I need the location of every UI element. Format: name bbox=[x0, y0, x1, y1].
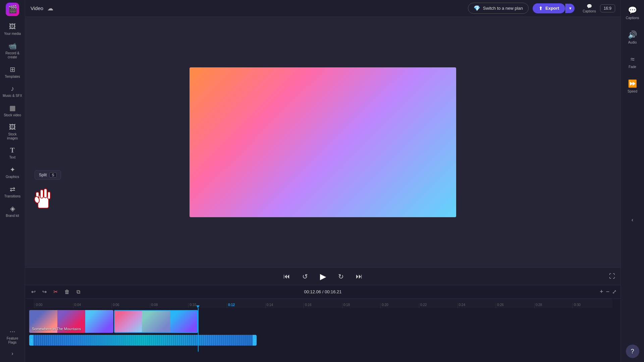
brand-kit-icon: ◈ bbox=[10, 204, 15, 213]
transitions-icon: ⇄ bbox=[10, 185, 15, 193]
sidebar-item-record-create[interactable]: 📹 Record &create bbox=[1, 39, 24, 62]
timeline-ruler: 0:00 0:04 0:06 0:08 0:10 0:12 0:14 0:16 … bbox=[33, 299, 612, 308]
sidebar-collapse-btn[interactable]: › bbox=[9, 348, 16, 359]
sidebar-item-label: Graphics bbox=[6, 175, 19, 179]
sidebar-item-feature-flags[interactable]: ··· Feature Flags bbox=[1, 325, 24, 347]
video-track-row: Somewhere In The Mountains bbox=[29, 309, 616, 334]
fade-panel-label: Fade bbox=[629, 65, 636, 69]
project-title: Video bbox=[31, 5, 43, 11]
playback-controls: ⏮ ↺ ▶ ↻ ⏭ ⛶ bbox=[25, 267, 621, 285]
audio-waveform[interactable]: ⋮ ⋮ bbox=[29, 335, 257, 346]
templates-icon: ⊞ bbox=[10, 65, 15, 73]
sidebar: 🎬 🖼 Your media 📹 Record &create ⊞ Templa… bbox=[0, 0, 25, 362]
sidebar-item-templates[interactable]: ⊞ Templates bbox=[1, 63, 24, 81]
right-panel-fade[interactable]: ≈ Fade bbox=[627, 53, 638, 71]
sidebar-item-music-sfx[interactable]: ♪ Music & SFX bbox=[1, 82, 24, 101]
clip-thumb-6 bbox=[170, 310, 198, 333]
sidebar-item-label: Stock video bbox=[4, 113, 21, 117]
sidebar-item-your-media[interactable]: 🖼 Your media bbox=[1, 20, 24, 39]
video-clip-1[interactable]: Somewhere In The Mountains bbox=[29, 310, 113, 333]
record-create-icon: 📹 bbox=[8, 42, 17, 50]
fade-icon: ≈ bbox=[630, 55, 634, 64]
audio-track-row: ⋮ ⋮ bbox=[29, 335, 616, 347]
speed-icon: ⏩ bbox=[628, 79, 637, 88]
sidebar-item-label: Transitions bbox=[4, 194, 21, 198]
tracks-container: Somewhere In The Mountains bbox=[29, 308, 616, 347]
play-pause-button[interactable]: ▶ bbox=[317, 270, 329, 283]
right-panel-captions[interactable]: 💬 Captions bbox=[624, 4, 641, 22]
expand-timeline-button[interactable]: ⤢ bbox=[612, 289, 616, 295]
playhead-handle[interactable] bbox=[196, 305, 200, 308]
audio-end-handle[interactable]: ⋮ bbox=[253, 335, 257, 346]
sidebar-item-label: Record &create bbox=[5, 51, 19, 59]
your-media-icon: 🖼 bbox=[9, 23, 16, 31]
ruler-mark: 0:00 bbox=[35, 303, 73, 308]
sidebar-item-transitions[interactable]: ⇄ Transitions bbox=[1, 182, 24, 201]
music-sfx-icon: ♪ bbox=[11, 85, 14, 93]
export-dropdown-button[interactable]: ▾ bbox=[566, 4, 575, 13]
video-area bbox=[25, 17, 621, 267]
ruler-mark: 0:14 bbox=[265, 303, 304, 308]
stock-images-icon: 🖼 bbox=[9, 123, 16, 131]
cut-button[interactable]: ✂ bbox=[51, 287, 60, 296]
rewind-5s-button[interactable]: ↺ bbox=[300, 271, 311, 282]
zoom-controls: + − ⤢ bbox=[600, 288, 616, 295]
sidebar-item-label: Music & SFX bbox=[3, 94, 22, 98]
sidebar-item-graphics[interactable]: ✦ Graphics bbox=[1, 163, 24, 182]
zoom-in-button[interactable]: + bbox=[600, 288, 603, 295]
sidebar-item-label: Feature Flags bbox=[2, 337, 22, 345]
duplicate-button[interactable]: ⧉ bbox=[74, 288, 82, 296]
fullscreen-button[interactable]: ⛶ bbox=[609, 273, 615, 280]
sidebar-item-text[interactable]: T Text bbox=[1, 144, 24, 162]
gem-icon: 💎 bbox=[474, 5, 480, 11]
delete-button[interactable]: 🗑 bbox=[62, 288, 72, 296]
timeline-area: ↩ ↪ ✂ 🗑 ⧉ 00:12.06 / 00:16.21 + − ⤢ 0:00 bbox=[25, 285, 621, 362]
split-label: Split bbox=[39, 173, 47, 177]
export-label: Export bbox=[545, 6, 559, 11]
app-logo[interactable]: 🎬 bbox=[6, 3, 19, 16]
chevron-down-icon: ▾ bbox=[569, 6, 571, 11]
current-time: 00:12.06 bbox=[304, 289, 321, 294]
graphics-icon: ✦ bbox=[10, 166, 15, 174]
stock-video-icon: ▦ bbox=[9, 104, 16, 112]
clip-thumb-5 bbox=[142, 310, 170, 333]
sidebar-item-stock-images[interactable]: 🖼 Stock images bbox=[1, 121, 24, 143]
skip-back-button[interactable]: ⏮ bbox=[281, 271, 293, 282]
sidebar-item-brand-kit[interactable]: ◈ Brand kit bbox=[1, 202, 24, 221]
playhead-line bbox=[198, 308, 199, 352]
captions-panel-btn[interactable]: 💬 Captions bbox=[583, 4, 596, 13]
sidebar-item-label: Your media bbox=[4, 32, 21, 36]
ruler-mark: 0:24 bbox=[458, 303, 496, 308]
feature-flags-icon: ··· bbox=[10, 327, 15, 335]
video-clip-2[interactable] bbox=[114, 310, 198, 333]
clip-1-label: Somewhere In The Mountains bbox=[32, 327, 81, 331]
ruler-mark: 0:16 bbox=[304, 303, 342, 308]
aspect-ratio-button[interactable]: 16:9 bbox=[600, 4, 615, 12]
ruler-mark: 0:04 bbox=[73, 303, 112, 308]
timeline-toolbar: ↩ ↪ ✂ 🗑 ⧉ 00:12.06 / 00:16.21 + − ⤢ bbox=[25, 285, 621, 299]
skip-forward-button[interactable]: ⏭ bbox=[353, 271, 365, 282]
help-button[interactable]: ? bbox=[626, 345, 639, 358]
audio-icon: 🔊 bbox=[628, 31, 637, 39]
save-status-icon: ☁ bbox=[47, 5, 53, 12]
forward-5s-button[interactable]: ↻ bbox=[335, 271, 346, 282]
ruler-mark: 0:26 bbox=[496, 303, 534, 308]
sidebar-item-label: Brand kit bbox=[6, 214, 19, 218]
undo-button[interactable]: ↩ bbox=[29, 287, 38, 296]
right-panel-collapse[interactable]: ‹ bbox=[629, 214, 636, 226]
zoom-out-button[interactable]: − bbox=[606, 288, 609, 295]
switch-plan-label: Switch to a new plan bbox=[483, 6, 523, 11]
right-panel-speed[interactable]: ⏩ Speed bbox=[626, 77, 639, 95]
export-button[interactable]: ⬆ Export bbox=[533, 3, 565, 13]
sidebar-item-label: Templates bbox=[5, 75, 20, 79]
redo-button[interactable]: ↪ bbox=[40, 287, 49, 296]
captions-icon: 💬 bbox=[587, 4, 592, 9]
speed-panel-label: Speed bbox=[628, 89, 637, 93]
sidebar-item-stock-video[interactable]: ▦ Stock video bbox=[1, 101, 24, 120]
video-preview bbox=[190, 67, 456, 217]
video-track-clips: Somewhere In The Mountains bbox=[29, 310, 198, 333]
switch-plan-button[interactable]: 💎 Switch to a new plan bbox=[468, 3, 529, 14]
audio-start-handle[interactable]: ⋮ bbox=[29, 335, 33, 346]
ruler-mark: 0:28 bbox=[534, 303, 573, 308]
right-panel-audio[interactable]: 🔊 Audio bbox=[626, 28, 639, 46]
